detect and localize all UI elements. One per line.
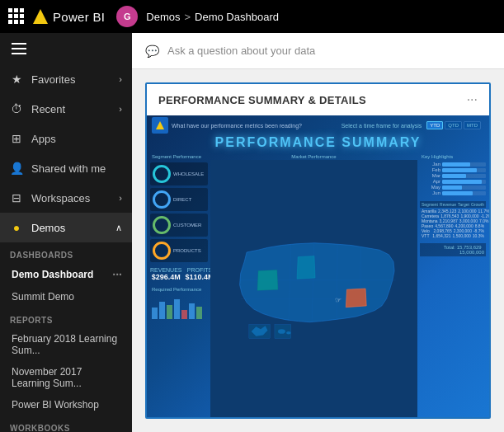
required-perf-chart (150, 295, 204, 320)
breadcrumb-separator: > (184, 11, 191, 23)
map-header-label: Market Performance (210, 153, 417, 160)
metric-revenues-val: $296.4M (150, 273, 182, 281)
th-segment: Segment (422, 202, 438, 207)
shared-icon: 👤 (10, 162, 23, 175)
bar-row: May (420, 185, 486, 190)
bar-row: Jun (420, 190, 486, 195)
seg-info-products: PRODUCTS (173, 248, 205, 254)
bar-label: Apr (420, 179, 440, 184)
section-header-dashboards: DASHBOARDS (0, 242, 132, 263)
perf-title: PERFORMANCE SUMMARY (147, 135, 489, 153)
bar-fill (442, 180, 482, 184)
section-header-workbooks: WORKBOOKS (0, 416, 132, 432)
perf-tab-label-text: Select a time frame for analysis (341, 123, 422, 129)
seg-info-direct: DIRECT (173, 197, 205, 203)
tab-mtd[interactable]: MTD (464, 121, 481, 129)
sidebar-item-demos[interactable]: ● Demos ∧ (0, 213, 132, 242)
card-options-button[interactable]: ··· (467, 92, 478, 107)
th-revenue: Revenue (440, 202, 456, 207)
apps-icon: ⊞ (10, 132, 23, 145)
svg-rect-2 (167, 305, 172, 319)
main-content: 💬 Ask a question about your data PERFORM… (132, 33, 504, 432)
key-highlights-label: Key Highlights (420, 153, 486, 160)
hamburger-menu[interactable] (8, 40, 124, 58)
sidebar-item-recent[interactable]: ⏱ Recent › (0, 94, 132, 124)
dashboard-demo-label: Demo Dashboard (12, 269, 93, 280)
logo-text: Power BI (53, 10, 105, 24)
donut-wholesale (153, 165, 171, 183)
required-perf-label: Required Performance (150, 286, 208, 293)
bar-fill (442, 168, 477, 172)
segment-customer: CUSTOMER (150, 214, 208, 237)
tab-ytd[interactable]: YTD (426, 121, 443, 129)
svg-rect-3 (174, 299, 180, 319)
bar-track (442, 180, 486, 184)
perf-header-text: What have our performance metrics been r… (172, 123, 302, 129)
sidebar-report-feb[interactable]: February 2018 Learning Sum... (0, 328, 132, 361)
table-header-row: Segment Revenue Target Growth (420, 201, 486, 208)
sidebar-top (0, 33, 132, 64)
sidebar-item-apps[interactable]: ⊞ Apps (0, 124, 132, 153)
bar-row: Mar (420, 173, 486, 178)
sidebar-report-nov[interactable]: November 2017 Learning Sum... (0, 361, 132, 394)
sidebar-dashboard-demo[interactable]: Demo Dashboard ··· (0, 263, 132, 286)
table-cell: 10.3% (473, 233, 484, 238)
qa-placeholder: Ask a question about your data (167, 45, 315, 57)
svg-text:☞: ☞ (335, 296, 341, 304)
avatar[interactable]: G (116, 6, 138, 27)
card-header: PERFORMANCE SUMMARY & DETAILS ··· (147, 84, 489, 115)
apps-grid-icon[interactable] (8, 8, 25, 25)
donut-customer (153, 216, 171, 234)
bar-track (442, 191, 486, 195)
segment-products: PRODUCTS (150, 239, 208, 262)
metric-revenues-label: REVENUES (150, 267, 182, 273)
breadcrumb: Demos > Demo Dashboard (146, 11, 279, 23)
svg-rect-1 (159, 302, 165, 319)
bar-track (442, 174, 486, 178)
perf-map-area: Market Performance (210, 153, 417, 417)
workspaces-icon: ⊟ (10, 191, 23, 204)
demos-arrow: ∧ (115, 223, 122, 233)
section-header-reports: REPORTS (0, 308, 132, 328)
sidebar-label-recent: Recent (31, 103, 111, 115)
report-nov-label: November 2017 Learning Sum... (12, 366, 122, 389)
donut-direct (153, 190, 171, 209)
th-target: Target (458, 202, 469, 207)
favorites-arrow: › (119, 74, 122, 84)
logo-icon (33, 9, 48, 24)
metric-revenues: REVENUES $296.4M (150, 267, 182, 281)
total-row: Total: 15,753,629 15,000,000 (420, 243, 486, 256)
performance-visualization: What have our performance metrics been r… (147, 115, 489, 417)
recent-arrow: › (119, 104, 122, 114)
main-layout: ★ Favorites › ⏱ Recent › ⊞ Apps 👤 Shared… (0, 33, 504, 432)
svg-point-16 (286, 331, 291, 334)
tab-qtd[interactable]: QTD (445, 121, 462, 129)
bar-label: May (420, 185, 440, 190)
segment-direct: DIRECT (150, 188, 208, 211)
sidebar-item-favorites[interactable]: ★ Favorites › (0, 64, 132, 94)
segment-wholesale: WHOLESALE (150, 162, 208, 185)
breadcrumb-page: Demo Dashboard (195, 11, 279, 23)
table-cell: VTT (422, 233, 431, 238)
breadcrumb-workspace[interactable]: Demos (146, 11, 180, 23)
seg-info-wholesale: WHOLESALE (173, 171, 205, 177)
perf-tabs-container: YTD QTD MTD (423, 120, 484, 131)
sidebar-report-workshop[interactable]: Power BI Workshop (0, 394, 132, 416)
qa-icon: 💬 (145, 45, 159, 58)
card-title: PERFORMANCE SUMMARY & DETAILS (158, 94, 467, 106)
bar-row: Feb (420, 167, 486, 172)
dashboard-summit-label: Summit Demo (12, 291, 74, 303)
donut-products (153, 242, 171, 260)
sidebar-item-workspaces[interactable]: ⊟ Workspaces › (0, 183, 132, 213)
qa-bar[interactable]: 💬 Ask a question about your data (132, 33, 504, 69)
perf-body: Segment Performance WHOLESALE DIRE (147, 153, 489, 417)
sidebar-item-shared[interactable]: 👤 Shared with me (0, 153, 132, 183)
table-row: VTT1,654,3211,500,00010.3% (420, 233, 486, 238)
sidebar-label-apps: Apps (31, 133, 122, 145)
dashboard-demo-dots[interactable]: ··· (112, 268, 122, 281)
bar-row: Jan (420, 162, 486, 167)
svg-rect-5 (189, 303, 195, 319)
svg-rect-4 (181, 310, 187, 319)
bar-track (442, 185, 486, 190)
sidebar-dashboard-summit[interactable]: Summit Demo (0, 286, 132, 308)
